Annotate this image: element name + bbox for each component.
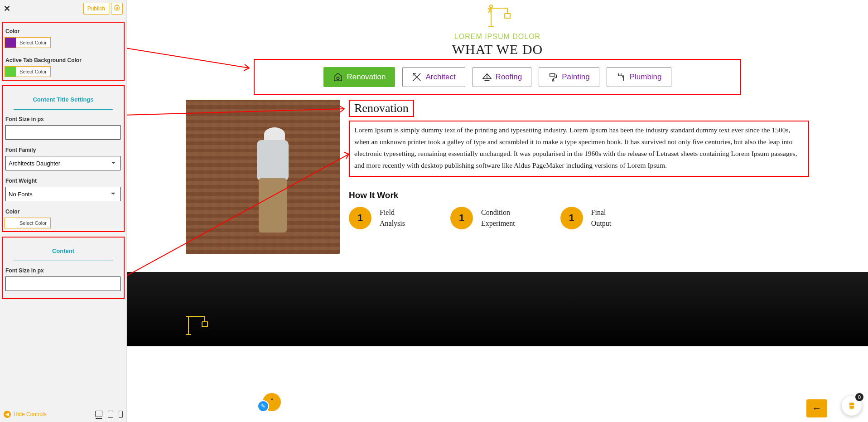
hero-subtitle: LOREM IPSUM DOLOR: [127, 33, 868, 41]
content-title-color-picker[interactable]: Select Color: [5, 218, 51, 228]
section-heading: Content Title Settings: [5, 96, 122, 104]
font-weight-label: Font Weight: [5, 178, 122, 184]
tab-label: Architect: [425, 73, 455, 82]
active-bg-color-picker[interactable]: Select Color: [5, 66, 51, 77]
tab-label: Painting: [562, 73, 589, 82]
how-it-work-title: How It Work: [349, 190, 809, 200]
content-settings-section: Content Font Size in px: [2, 237, 125, 299]
hero-title: WHAT WE DO: [127, 42, 868, 57]
step-text: ConditionExperiment: [481, 207, 515, 229]
step-text: FinalOutput: [591, 207, 611, 229]
font-family-label: Font Family: [5, 147, 122, 153]
step-text: FieldAnalysis: [380, 207, 405, 229]
cart-button[interactable]: 0: [842, 396, 862, 416]
tab-plumbing[interactable]: Plumbing: [607, 67, 671, 87]
renovation-icon: [333, 72, 343, 82]
section-heading-text: Content: [52, 247, 74, 254]
select-color-button[interactable]: Select Color: [16, 219, 50, 227]
step-item: 1FieldAnalysis: [349, 207, 405, 229]
svg-point-9: [337, 77, 340, 80]
sidebar-footer: ◀ Hide Controls: [0, 406, 126, 422]
tab-architect[interactable]: Architect: [402, 67, 465, 87]
tab-label: Plumbing: [630, 73, 662, 82]
sidebar-header: ✕ Publish: [0, 0, 126, 17]
footer: [127, 272, 868, 346]
tab-color-picker[interactable]: Select Color: [5, 37, 51, 48]
tab-renovation[interactable]: Renovation: [323, 67, 395, 87]
settings-button[interactable]: [111, 3, 123, 15]
publish-button[interactable]: Publish: [83, 3, 109, 15]
plumbing-icon: [616, 72, 626, 82]
painting-icon: [548, 72, 558, 82]
tab-content: Renovation Lorem Ipsum is simply dummy t…: [127, 100, 868, 272]
content-title-highlight: Renovation: [349, 100, 414, 117]
color-swatch-purple: [5, 38, 16, 48]
color-label: Color: [5, 28, 122, 34]
color-swatch-green: [5, 67, 16, 77]
hide-controls-link[interactable]: Hide Controls: [14, 411, 47, 417]
tab-roofing[interactable]: Roofing: [473, 67, 532, 87]
content-image: [186, 100, 340, 254]
tab-label: Renovation: [347, 73, 386, 82]
preview-pane[interactable]: LOREM IPSUM DOLOR WHAT WE DO RenovationA…: [127, 0, 868, 422]
tab-painting[interactable]: Painting: [539, 67, 599, 87]
section-heading-part-a: Content: [33, 96, 57, 103]
step-number: 1: [450, 207, 473, 229]
color-swatch-white: [5, 218, 16, 228]
section-heading: Content: [5, 247, 122, 255]
mobile-view-button[interactable]: [119, 411, 123, 418]
cart-count-badge: 0: [855, 393, 863, 401]
content-font-size-input[interactable]: [5, 276, 121, 291]
content-title-settings-section: Content Title Settings Font Size in px F…: [2, 85, 125, 232]
content-body-highlight: Lorem Ipsum is simply dummy text of the …: [349, 121, 809, 177]
tabs-container: RenovationArchitectRoofingPaintingPlumbi…: [254, 59, 741, 95]
tablet-view-button[interactable]: [108, 411, 113, 418]
tab-label: Roofing: [496, 73, 522, 82]
step-number: 1: [560, 207, 583, 229]
back-button[interactable]: ←: [806, 399, 827, 417]
desktop-view-button[interactable]: [95, 411, 102, 417]
font-family-select[interactable]: Architects Daughter: [5, 156, 121, 170]
tab-colors-section: Color Select Color Active Tab Background…: [2, 22, 125, 81]
select-color-button[interactable]: Select Color: [16, 68, 50, 76]
edit-badge[interactable]: ✎: [257, 400, 269, 412]
close-button[interactable]: ✕: [4, 4, 10, 14]
section-heading-part-b: Title Settings: [57, 96, 93, 103]
font-size-label: Font Size in px: [5, 116, 122, 122]
svg-point-7: [490, 5, 492, 8]
customizer-sidebar: ✕ Publish Color Select Color Active Tab …: [0, 0, 127, 422]
footer-crane-icon: [181, 329, 208, 337]
step-item: 1ConditionExperiment: [450, 207, 515, 229]
architect-icon: [412, 72, 422, 82]
content-font-size-label: Font Size in px: [5, 267, 122, 274]
content-body: Lorem Ipsum is simply dummy text of the …: [354, 124, 804, 171]
hide-controls-icon: ◀: [4, 411, 11, 418]
content-title: Renovation: [354, 102, 409, 115]
hero-section: LOREM IPSUM DOLOR WHAT WE DO: [127, 0, 868, 57]
step-item: 1FinalOutput: [560, 207, 611, 229]
roofing-icon: [482, 72, 492, 82]
sidebar-scroll[interactable]: Color Select Color Active Tab Background…: [0, 17, 126, 422]
select-color-button[interactable]: Select Color: [16, 39, 50, 47]
content-title-color-label: Color: [5, 209, 122, 215]
gear-icon: [114, 5, 120, 12]
active-bg-label: Active Tab Background Color: [5, 57, 122, 63]
crane-icon: [484, 21, 511, 29]
font-weight-select[interactable]: No Fonts: [5, 187, 121, 201]
step-number: 1: [349, 207, 371, 229]
font-size-input[interactable]: [5, 125, 121, 140]
svg-point-15: [552, 80, 554, 82]
svg-point-0: [116, 7, 118, 9]
